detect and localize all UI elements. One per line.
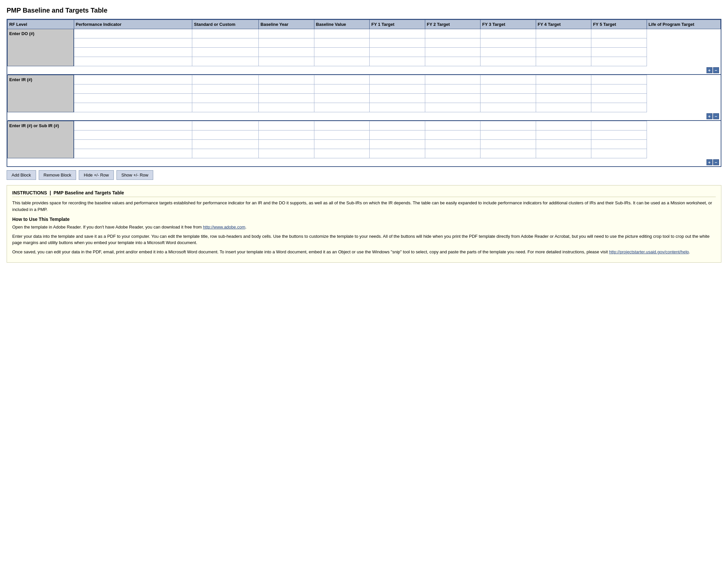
data-cell-b2-r0-c4[interactable]	[370, 121, 425, 130]
data-cell-b1-r0-c5[interactable]	[425, 75, 480, 84]
data-cell-b1-r1-c8[interactable]	[591, 84, 647, 94]
remove-block-button[interactable]: Remove Block	[39, 170, 76, 180]
data-cell-b1-r0-c1[interactable]	[192, 75, 259, 84]
data-cell-b1-r0-c6[interactable]	[480, 75, 536, 84]
data-cell-b0-r3-c1[interactable]	[192, 57, 259, 66]
data-cell-b2-r2-c5[interactable]	[425, 140, 480, 149]
data-cell-b2-r0-c1[interactable]	[192, 121, 259, 130]
usaid-help-link[interactable]: http://projectstarter.usaid.gov/content/…	[609, 249, 689, 254]
data-cell-b1-r3-c5[interactable]	[425, 103, 480, 112]
data-cell-b0-r3-c5[interactable]	[425, 57, 480, 66]
data-cell-b1-r1-c2[interactable]	[259, 84, 314, 94]
data-cell-b2-r3-c8[interactable]	[591, 149, 647, 158]
data-cell-b1-r3-c3[interactable]	[314, 103, 369, 112]
data-cell-b2-r0-c0[interactable]	[74, 121, 192, 130]
data-cell-b1-r2-c5[interactable]	[425, 94, 480, 103]
data-cell-b1-r2-c1[interactable]	[192, 94, 259, 103]
data-cell-b0-r0-c6[interactable]	[480, 29, 536, 38]
data-cell-b1-r0-c3[interactable]	[314, 75, 369, 84]
data-cell-b2-r2-c3[interactable]	[314, 140, 369, 149]
data-cell-b2-r0-c2[interactable]	[259, 121, 314, 130]
data-cell-b2-r3-c6[interactable]	[480, 149, 536, 158]
data-cell-b0-r0-c2[interactable]	[259, 29, 314, 38]
data-cell-b0-r2-c1[interactable]	[192, 48, 259, 57]
data-cell-b2-r0-c5[interactable]	[425, 121, 480, 130]
data-cell-b0-r0-c8[interactable]	[591, 29, 647, 38]
data-cell-b2-r1-c3[interactable]	[314, 130, 369, 140]
data-cell-b1-r3-c8[interactable]	[591, 103, 647, 112]
data-cell-b2-r1-c2[interactable]	[259, 130, 314, 140]
data-cell-b1-r2-c7[interactable]	[536, 94, 591, 103]
data-cell-b1-r3-c4[interactable]	[370, 103, 425, 112]
data-cell-b0-r2-c3[interactable]	[314, 48, 369, 57]
data-cell-b0-r2-c2[interactable]	[259, 48, 314, 57]
data-cell-b0-r2-c4[interactable]	[370, 48, 425, 57]
hide-row-button[interactable]: Hide +/- Row	[79, 170, 114, 180]
data-cell-b2-r3-c3[interactable]	[314, 149, 369, 158]
data-cell-b0-r1-c7[interactable]	[536, 38, 591, 48]
minus-btn-block-1[interactable]: −	[713, 113, 719, 119]
data-cell-b0-r1-c5[interactable]	[425, 38, 480, 48]
rf-level-cell-block-1[interactable]: Enter IR (#)	[8, 75, 74, 112]
data-cell-b0-r3-c7[interactable]	[536, 57, 591, 66]
data-cell-b0-r0-c3[interactable]	[314, 29, 369, 38]
data-cell-b0-r1-c0[interactable]	[74, 38, 192, 48]
data-cell-b2-r2-c2[interactable]	[259, 140, 314, 149]
data-cell-b1-r0-c8[interactable]	[591, 75, 647, 84]
data-cell-b1-r0-c7[interactable]	[536, 75, 591, 84]
data-cell-b0-r3-c4[interactable]	[370, 57, 425, 66]
data-cell-b0-r1-c1[interactable]	[192, 38, 259, 48]
data-cell-b2-r1-c1[interactable]	[192, 130, 259, 140]
data-cell-b2-r3-c0[interactable]	[74, 149, 192, 158]
data-cell-b2-r3-c4[interactable]	[370, 149, 425, 158]
data-cell-b1-r3-c6[interactable]	[480, 103, 536, 112]
minus-btn-block-2[interactable]: −	[713, 159, 719, 165]
adobe-link[interactable]: http://www.adobe.com	[203, 224, 245, 229]
data-cell-b0-r3-c3[interactable]	[314, 57, 369, 66]
data-cell-b0-r2-c8[interactable]	[591, 48, 647, 57]
data-cell-b1-r3-c7[interactable]	[536, 103, 591, 112]
data-cell-b1-r3-c1[interactable]	[192, 103, 259, 112]
data-cell-b1-r2-c8[interactable]	[591, 94, 647, 103]
data-cell-b0-r1-c6[interactable]	[480, 38, 536, 48]
data-cell-b2-r0-c8[interactable]	[591, 121, 647, 130]
data-cell-b2-r2-c4[interactable]	[370, 140, 425, 149]
data-cell-b0-r3-c2[interactable]	[259, 57, 314, 66]
data-cell-b1-r0-c2[interactable]	[259, 75, 314, 84]
data-cell-b2-r3-c2[interactable]	[259, 149, 314, 158]
data-cell-b0-r3-c8[interactable]	[591, 57, 647, 66]
data-cell-b2-r0-c3[interactable]	[314, 121, 369, 130]
data-cell-b0-r2-c5[interactable]	[425, 48, 480, 57]
data-cell-b0-r3-c0[interactable]	[74, 57, 192, 66]
add-block-button[interactable]: Add Block	[7, 170, 36, 180]
data-cell-b2-r2-c6[interactable]	[480, 140, 536, 149]
data-cell-b1-r1-c7[interactable]	[536, 84, 591, 94]
data-cell-b2-r2-c0[interactable]	[74, 140, 192, 149]
data-cell-b1-r1-c3[interactable]	[314, 84, 369, 94]
data-cell-b0-r0-c7[interactable]	[536, 29, 591, 38]
data-cell-b0-r1-c3[interactable]	[314, 38, 369, 48]
data-cell-b1-r1-c5[interactable]	[425, 84, 480, 94]
data-cell-b2-r1-c0[interactable]	[74, 130, 192, 140]
data-cell-b1-r2-c3[interactable]	[314, 94, 369, 103]
data-cell-b1-r0-c0[interactable]	[74, 75, 192, 84]
data-cell-b1-r1-c4[interactable]	[370, 84, 425, 94]
data-cell-b1-r3-c0[interactable]	[74, 103, 192, 112]
rf-level-cell-block-0[interactable]: Enter DO (#)	[8, 29, 74, 66]
data-cell-b2-r1-c8[interactable]	[591, 130, 647, 140]
data-cell-b2-r0-c7[interactable]	[536, 121, 591, 130]
data-cell-b1-r3-c2[interactable]	[259, 103, 314, 112]
data-cell-b1-r1-c6[interactable]	[480, 84, 536, 94]
plus-btn-block-2[interactable]: +	[706, 159, 712, 165]
data-cell-b2-r3-c5[interactable]	[425, 149, 480, 158]
data-cell-b2-r2-c1[interactable]	[192, 140, 259, 149]
plus-btn-block-0[interactable]: +	[706, 67, 712, 73]
data-cell-b1-r0-c4[interactable]	[370, 75, 425, 84]
data-cell-b1-r2-c0[interactable]	[74, 94, 192, 103]
data-cell-b1-r2-c6[interactable]	[480, 94, 536, 103]
data-cell-b0-r2-c0[interactable]	[74, 48, 192, 57]
rf-level-cell-block-2[interactable]: Enter IR (#) or Sub IR (#)	[8, 121, 74, 158]
data-cell-b0-r0-c1[interactable]	[192, 29, 259, 38]
data-cell-b0-r2-c7[interactable]	[536, 48, 591, 57]
data-cell-b1-r2-c4[interactable]	[370, 94, 425, 103]
